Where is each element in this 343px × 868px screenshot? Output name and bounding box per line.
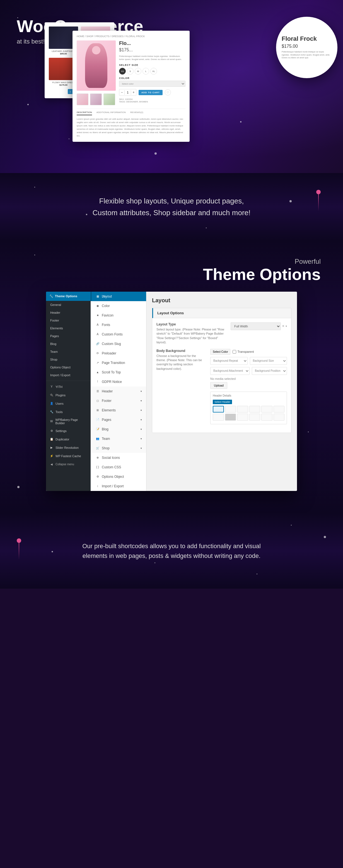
theme-sub-item-social-icons[interactable]: ⊕ Social Icons [91, 453, 146, 462]
sidebar-item-import-export[interactable]: Import / Export [46, 371, 91, 379]
to-header-sample-2[interactable] [225, 406, 236, 413]
to-body-bg-desc: Choose a background for the theme. (Plea… [157, 354, 206, 371]
sidebar-item-team[interactable]: Team [46, 348, 91, 355]
sidebar-item-footer[interactable]: Footer [46, 316, 91, 324]
woo-floating-card: Floral Frock $175.00 Pellentesque habita… [276, 17, 337, 78]
sidebar-item-duplicator[interactable]: 📋 Duplicator [46, 435, 91, 443]
to-bg-attachment-select[interactable]: Background Attachment [210, 367, 249, 375]
to-body-bg-input: Select Color Transparent Background Repe… [210, 349, 287, 424]
sidebar-item-blog[interactable]: Blog [46, 340, 91, 348]
woo-breadcrumb: HOME / SHOP / PRODUCTS / DRESSES / FLORA… [77, 35, 185, 38]
theme-options-submenu: ▦ Layout ◉ Color ★ Favicon A Fonts A Cus… [91, 292, 146, 491]
woo-add-to-cart-button[interactable]: ADD TO CART [139, 90, 163, 95]
import-export-icon: ↕ [96, 484, 100, 488]
to-header-sample-7[interactable] [213, 414, 224, 421]
to-select-color-button[interactable]: Select Color [210, 349, 230, 355]
sparkle-dot [69, 138, 69, 139]
theme-sub-item-page-transition[interactable]: ↗ Page Transition [91, 358, 146, 368]
to-no-media-text: No media selected [210, 377, 287, 380]
to-bg-repeat-select[interactable]: Background Repeat [210, 357, 248, 365]
theme-sub-item-preloader[interactable]: ⟳ Preloader [91, 349, 146, 358]
theme-sub-item-blog[interactable]: 📝 Blog ▾ [91, 425, 146, 434]
theme-sub-item-layout[interactable]: ▦ Layout [91, 292, 146, 301]
to-header-sample-8[interactable] [225, 414, 236, 421]
to-bg-position-select[interactable]: Background Position [252, 367, 287, 375]
sidebar-item-collapse[interactable]: ◀ Collapse menu [46, 460, 91, 469]
theme-sub-item-team[interactable]: 👥 Team ▾ [91, 434, 146, 443]
to-header-sample-1[interactable] [213, 406, 224, 413]
sparkle-dot [155, 562, 155, 563]
size-xl[interactable]: XL [150, 68, 157, 74]
sidebar-item-yith[interactable]: Y YITH [46, 383, 91, 391]
to-header-samples: Header Details Select Header [210, 392, 287, 424]
sidebar-item-general[interactable]: General [46, 301, 91, 309]
woo-qty-minus[interactable]: − [119, 89, 124, 95]
sidebar-item-users[interactable]: 👤 Users [46, 399, 91, 408]
sidebar-item-plugins[interactable]: 🔌 Plugins [46, 391, 91, 399]
theme-sub-item-favicon[interactable]: ★ Favicon [91, 311, 146, 320]
to-header-sample-5[interactable] [261, 406, 272, 413]
to-transparent-input[interactable] [233, 350, 236, 353]
to-header-sample-12[interactable] [274, 414, 285, 421]
theme-sub-item-footer[interactable]: ◻ Footer ▾ [91, 396, 146, 406]
woo-qty-plus[interactable]: + [131, 89, 136, 95]
woo-color-select[interactable]: Select color [119, 81, 185, 87]
sidebar-item-tools[interactable]: 🔧 Tools [46, 408, 91, 416]
woo-wishlist-button[interactable]: ♡ [165, 89, 171, 95]
theme-sub-item-fonts[interactable]: A Fonts [91, 320, 146, 330]
theme-sub-item-pages[interactable]: 📄 Pages ▾ [91, 415, 146, 425]
woo-tab-reviews[interactable]: REVIEWS(2) [130, 111, 143, 115]
woo-dress-figure [85, 43, 107, 88]
sidebar-item-wpbakery[interactable]: W WPBakery Page Builder [46, 416, 91, 427]
size-l[interactable]: L [142, 68, 149, 74]
theme-sub-item-import-export[interactable]: ↕ Import / Export [91, 482, 146, 491]
to-header-sample-6[interactable] [274, 406, 285, 413]
theme-sub-item-scroll-to-top[interactable]: ▲ Scroll To Top [91, 368, 146, 377]
to-header-sample-4[interactable] [249, 406, 261, 413]
sidebar-item-settings[interactable]: ⚙ Settings [46, 427, 91, 435]
sidebar-item-wp-fastest-cache[interactable]: ⚡ WP Fastest Cache [46, 452, 91, 460]
to-layout-type-select[interactable]: Full Width Boxed [231, 322, 281, 330]
sidebar-item-slider-revolution[interactable]: ▶ Slider Revolution [46, 443, 91, 452]
to-body-bg-label: Body Background [157, 349, 206, 353]
theme-sub-item-header[interactable]: ☰ Header ▾ [91, 386, 146, 396]
sidebar-item-elements[interactable]: Elements [46, 324, 91, 332]
to-header-sample-11[interactable] [261, 414, 272, 421]
theme-sub-item-gdpr[interactable]: ! GDPR Notice [91, 377, 146, 386]
theme-sub-item-custom-css[interactable]: { } Custom CSS [91, 462, 146, 472]
sparkle-dot [206, 227, 207, 228]
to-header-sample-3[interactable] [237, 406, 248, 413]
shortcodes-text: Our pre-built shortcodes allows you to a… [74, 541, 269, 561]
sparkle-dot [17, 486, 20, 488]
size-xs[interactable]: XS [119, 68, 126, 74]
sidebar-item-options-object[interactable]: Options Object [46, 363, 91, 371]
to-bg-size-select[interactable]: Background Size [250, 357, 287, 365]
to-upload-button[interactable]: Upload [210, 382, 227, 389]
to-layout-box: Layout Options Layout Type Select layout… [152, 308, 291, 433]
sidebar-item-header[interactable]: Header [46, 309, 91, 316]
size-m[interactable]: M [135, 68, 141, 74]
page-btn-1[interactable]: 1 [68, 89, 73, 94]
to-header-sample-9[interactable] [237, 414, 248, 421]
footer-chevron-icon: ▾ [141, 399, 142, 402]
sidebar-item-shop[interactable]: Shop [46, 355, 91, 363]
to-layout-select-clear[interactable]: ✕ [282, 324, 284, 328]
theme-sub-item-elements[interactable]: ⊞ Elements ▾ [91, 406, 146, 415]
pages-chevron-icon: ▾ [141, 418, 142, 421]
theme-sub-item-color[interactable]: ◉ Color [91, 301, 146, 311]
sparkle-dot [86, 214, 87, 215]
theme-sub-item-custom-fonts[interactable]: A Custom Fonts [91, 330, 146, 339]
settings-label: Settings [56, 429, 67, 433]
to-header-grid-row2 [213, 414, 284, 421]
sparkle-dot [34, 187, 35, 188]
size-s[interactable]: S [127, 68, 134, 74]
theme-sub-item-options-object[interactable]: ⚙ Options Object [91, 472, 146, 482]
theme-sub-item-shop[interactable]: 🛒 Shop ▾ [91, 443, 146, 453]
duplicator-label: Duplicator [56, 438, 69, 441]
sidebar-item-pages[interactable]: Pages [46, 332, 91, 340]
woo-tab-additional[interactable]: ADDITIONAL INFORMATION [97, 111, 126, 115]
options-object-icon: ⚙ [96, 475, 100, 479]
theme-sub-item-custom-slug[interactable]: 🔗 Custom Slug [91, 339, 146, 349]
to-header-sample-10[interactable] [249, 414, 261, 421]
woo-tab-description[interactable]: DESCRIPTION [77, 111, 92, 115]
